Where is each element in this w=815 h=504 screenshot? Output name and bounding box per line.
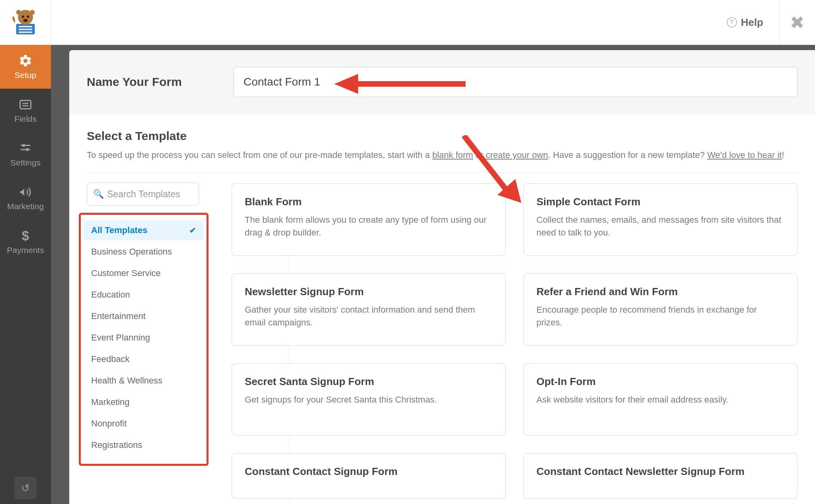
card-title: Refer a Friend and Win Form: [536, 286, 784, 298]
category-list: All Templates ✔ Business Operations Cust…: [79, 213, 209, 466]
close-icon: ✖: [790, 12, 805, 33]
card-desc: Get signups for your Secret Santa this C…: [245, 393, 493, 406]
suggest-link[interactable]: We'd love to hear it: [707, 150, 782, 160]
category-label: Feedback: [91, 354, 130, 364]
main-panel: Name Your Form Select a Template To spee…: [69, 50, 815, 504]
card-title: Newsletter Signup Form: [245, 286, 493, 298]
card-desc: Encourage people to recommend friends in…: [536, 304, 784, 329]
category-label: Health & Wellness: [91, 376, 162, 386]
svg-point-5: [21, 16, 24, 18]
template-title: Select a Template: [87, 129, 797, 143]
sidebar-item-label: Marketing: [7, 202, 44, 211]
category-nonprofit[interactable]: Nonprofit: [84, 414, 203, 434]
card-title: Opt-In Form: [536, 376, 784, 388]
template-header: Select a Template To speed up the proces…: [69, 114, 815, 173]
category-event-planning[interactable]: Event Planning: [84, 328, 203, 348]
form-name-input[interactable]: [234, 67, 797, 97]
card-title: Constant Contact Newsletter Signup Form: [536, 465, 784, 478]
sidebar-item-setup[interactable]: Setup: [0, 45, 51, 89]
template-card-newsletter-signup[interactable]: Newsletter Signup Form Gather your site …: [232, 273, 506, 346]
wpforms-logo-icon: [10, 7, 41, 38]
template-card-blank-form[interactable]: Blank Form The blank form allows you to …: [232, 183, 506, 256]
category-label: Customer Service: [91, 268, 161, 278]
sidebar-item-label: Fields: [14, 114, 37, 124]
bullhorn-icon: [18, 185, 33, 199]
sidebar-item-label: Setup: [15, 70, 37, 80]
template-card-constant-contact-signup[interactable]: Constant Contact Signup Form: [232, 453, 506, 499]
svg-point-16: [26, 148, 29, 151]
template-card-simple-contact[interactable]: Simple Contact Form Collect the names, e…: [523, 183, 797, 256]
search-icon: 🔍: [93, 189, 104, 199]
category-entertainment[interactable]: Entertainment: [84, 306, 203, 326]
card-desc: The blank form allows you to create any …: [245, 214, 493, 239]
sidebar-item-label: Settings: [10, 158, 41, 167]
svg-rect-3: [18, 31, 32, 33]
template-card-opt-in[interactable]: Opt-In Form Ask website visitors for the…: [523, 363, 797, 436]
category-label: Registrations: [91, 440, 142, 450]
card-title: Simple Contact Form: [536, 196, 784, 208]
template-card-constant-contact-newsletter[interactable]: Constant Contact Newsletter Signup Form: [523, 453, 797, 499]
template-card-secret-santa[interactable]: Secret Santa Signup Form Get signups for…: [232, 363, 506, 436]
history-button[interactable]: ↺: [14, 477, 37, 499]
name-form-row: Name Your Form: [69, 50, 815, 114]
name-form-label: Name Your Form: [87, 75, 182, 89]
svg-rect-1: [18, 26, 32, 27]
fields-icon: [18, 97, 33, 112]
category-label: All Templates: [91, 225, 147, 235]
card-title: Blank Form: [245, 196, 493, 208]
category-registrations[interactable]: Registrations: [84, 435, 203, 455]
category-education[interactable]: Education: [84, 285, 203, 305]
template-card-refer-friend[interactable]: Refer a Friend and Win Form Encourage pe…: [523, 273, 797, 346]
history-icon: ↺: [21, 482, 30, 494]
category-label: Business Operations: [91, 247, 172, 257]
category-label: Education: [91, 290, 130, 300]
category-label: Marketing: [91, 397, 130, 407]
sidebar-item-label: Payments: [7, 245, 44, 255]
svg-point-14: [22, 144, 25, 147]
category-health-wellness[interactable]: Health & Wellness: [84, 371, 203, 391]
template-grid: Blank Form The blank form allows you to …: [232, 183, 797, 499]
sidebar: Setup Fields Settings Marketing $ Paymen…: [0, 45, 51, 504]
category-label: Event Planning: [91, 333, 150, 343]
card-title: Secret Santa Signup Form: [245, 376, 493, 388]
dollar-icon: $: [18, 229, 33, 243]
category-label: Entertainment: [91, 311, 146, 321]
sidebar-item-fields[interactable]: Fields: [0, 89, 51, 132]
sliders-icon: [18, 141, 33, 156]
category-feedback[interactable]: Feedback: [84, 349, 203, 369]
close-button[interactable]: ✖: [779, 0, 815, 45]
help-label: Help: [741, 16, 763, 29]
topbar: ? Help ✖: [0, 0, 815, 45]
gear-icon: [18, 54, 33, 68]
svg-point-8: [16, 10, 21, 15]
help-button[interactable]: ? Help: [727, 16, 763, 29]
card-desc: Gather your site visitors' contact infor…: [245, 304, 493, 329]
create-own-link[interactable]: create your own: [486, 150, 548, 160]
help-icon: ?: [727, 17, 737, 27]
category-column: 🔍 All Templates ✔ Business Operations Cu…: [87, 183, 214, 499]
card-title: Constant Contact Signup Form: [245, 465, 493, 478]
category-label: Nonprofit: [91, 418, 127, 429]
svg-rect-10: [20, 101, 31, 109]
svg-rect-2: [18, 29, 32, 30]
check-icon: ✔: [189, 226, 196, 235]
svg-text:$: $: [22, 229, 29, 243]
card-desc: Ask website visitors for their email add…: [536, 393, 784, 406]
template-description: To speed up the process you can select f…: [87, 148, 797, 162]
sidebar-item-payments[interactable]: $ Payments: [0, 220, 51, 264]
sidebar-item-marketing[interactable]: Marketing: [0, 176, 51, 220]
blank-form-link[interactable]: blank form: [432, 150, 473, 160]
category-customer-service[interactable]: Customer Service: [84, 263, 203, 283]
card-desc: Collect the names, emails, and messages …: [536, 214, 784, 239]
sidebar-item-settings[interactable]: Settings: [0, 132, 51, 176]
svg-point-7: [23, 19, 27, 22]
category-marketing[interactable]: Marketing: [84, 392, 203, 412]
svg-point-9: [29, 10, 34, 15]
svg-point-6: [27, 16, 29, 18]
category-all-templates[interactable]: All Templates ✔: [84, 220, 203, 240]
category-business-operations[interactable]: Business Operations: [84, 242, 203, 262]
logo[interactable]: [0, 0, 51, 45]
